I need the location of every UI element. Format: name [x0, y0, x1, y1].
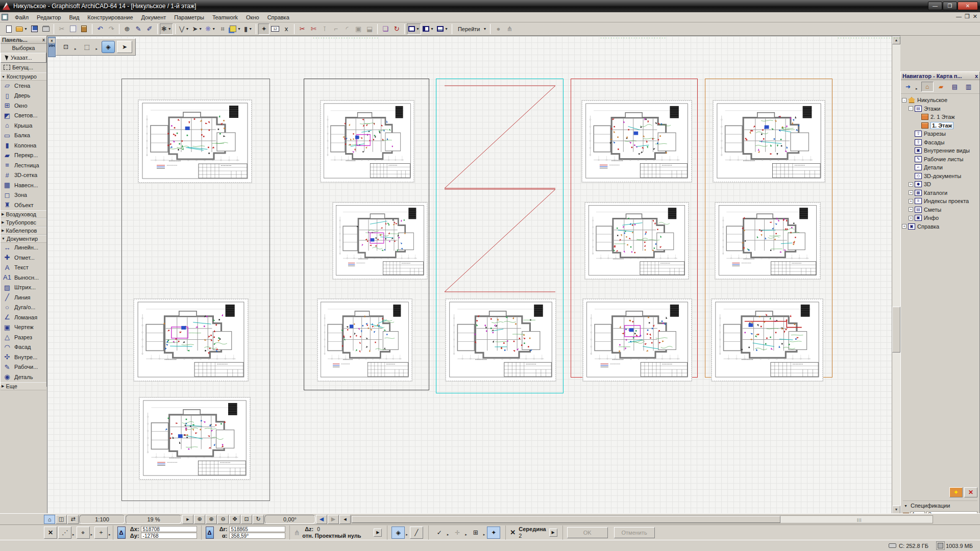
expand-plus-icon[interactable]: +: [909, 190, 913, 195]
mesh-tool[interactable]: #3D-сетка: [1, 170, 46, 181]
next-view-button[interactable]: ▶: [328, 515, 339, 524]
go-to-button[interactable]: Перейти▼: [454, 23, 488, 35]
floor-plan-sheet[interactable]: [582, 101, 692, 182]
menu-teamwork[interactable]: Teamwork: [208, 13, 242, 21]
group-duct[interactable]: ▶Воздуховод: [1, 210, 46, 218]
mdi-close-icon[interactable]: ✕: [973, 13, 977, 20]
door-tool[interactable]: ▯Дверь: [1, 91, 46, 101]
photorender-button[interactable]: ●: [493, 23, 504, 35]
vertical-scroll-thumb[interactable]: [892, 307, 900, 353]
tree-item-справка[interactable]: +▣Справка: [902, 222, 979, 231]
wall-tool[interactable]: ▱Стена: [1, 81, 46, 91]
text-tool[interactable]: AТекст: [1, 263, 46, 273]
horizontal-scrollbar[interactable]: |||: [351, 515, 933, 523]
pan-button[interactable]: ✥: [229, 515, 240, 524]
zoom-percent-field[interactable]: 19 %: [126, 515, 182, 524]
line-tool[interactable]: ╱Линия: [1, 292, 46, 303]
cursor-snap-button[interactable]: ➤▼: [190, 23, 204, 35]
tree-item-фасады[interactable]: ⇧Фасады: [902, 138, 979, 147]
quick-layers-button[interactable]: ▼: [228, 23, 242, 35]
tree-item-этажи[interactable]: -▤Этажи: [902, 105, 979, 113]
origin-button[interactable]: ⌖: [77, 527, 90, 539]
group-document[interactable]: ▼Документир: [1, 235, 46, 243]
zoom-in-button[interactable]: ⊕: [206, 515, 217, 524]
group-design[interactable]: ▼Конструиро: [1, 72, 46, 81]
floor-plan-sheet[interactable]: [712, 299, 823, 381]
menu-справка[interactable]: Справка: [263, 13, 293, 21]
skylight-tool[interactable]: ◩Светов...: [1, 111, 46, 121]
dimension-tool[interactable]: ↔Линейн...: [1, 243, 46, 253]
preview-button[interactable]: ◫: [56, 515, 67, 524]
floor-plan-sheet[interactable]: [446, 299, 556, 381]
floor-plan-sheet[interactable]: [333, 203, 427, 279]
walk-through-button[interactable]: ⋔: [504, 23, 515, 35]
trim-button[interactable]: ✂: [297, 23, 308, 35]
menu-документ[interactable]: Документ: [137, 13, 170, 21]
level-dimension-tool[interactable]: ✚Отмет...: [1, 253, 46, 263]
project-chooser-button[interactable]: ➜: [902, 82, 914, 92]
tree-item-сметы[interactable]: +▤Сметы: [902, 206, 979, 214]
scale-field[interactable]: 1:100: [79, 515, 125, 524]
dr-field[interactable]: 518865: [229, 526, 285, 532]
undo-button[interactable]: ↶: [94, 23, 106, 35]
save-button[interactable]: [29, 23, 40, 35]
tree-item-3d[interactable]: +◆3D: [902, 180, 979, 189]
expand-plus-icon[interactable]: +: [909, 207, 913, 212]
close-button[interactable]: ✕: [958, 2, 978, 10]
floor-plan-window-button[interactable]: ▼: [407, 23, 421, 35]
tree-item-2-1-этаж[interactable]: 2. 1 Этаж: [902, 113, 979, 121]
spec-collapse-icon[interactable]: ▼: [904, 504, 908, 508]
roof-tool[interactable]: ⌂Крыша: [1, 120, 46, 131]
marquee-options-button[interactable]: ⬚: [81, 41, 94, 53]
adjust-button[interactable]: ⊺: [319, 23, 330, 35]
drawing-tool[interactable]: ▣Чертеж: [1, 322, 46, 333]
stretch-button[interactable]: ⬓: [364, 23, 375, 35]
floor-plan-sheet[interactable]: [585, 203, 689, 279]
dz-field[interactable]: 0: [315, 526, 371, 532]
group-pipe[interactable]: ▶Трубопровс: [1, 218, 46, 227]
floor-plan-sheet[interactable]: [138, 100, 252, 183]
slab-tool[interactable]: ▰Перекр...: [1, 151, 46, 161]
snap-check-button[interactable]: ✓: [433, 527, 446, 539]
print-button[interactable]: [40, 23, 52, 35]
gravity-button[interactable]: ⋰: [58, 527, 71, 539]
floor-plan-sheet[interactable]: [321, 101, 414, 182]
relative-origin-button[interactable]: ＋: [94, 527, 108, 539]
toolbox-close-icon[interactable]: x: [42, 37, 45, 42]
collapse-minus-icon[interactable]: -: [902, 98, 906, 103]
ok-button[interactable]: OK: [567, 527, 608, 538]
menu-окно[interactable]: Окно: [242, 13, 263, 21]
zone-tool[interactable]: ◻Зона: [1, 190, 46, 201]
navigator-close-icon[interactable]: x: [975, 73, 978, 79]
menu-вид[interactable]: Вид: [65, 13, 83, 21]
guide-segment-button[interactable]: ╱: [410, 527, 423, 539]
mdi-minimize-icon[interactable]: —: [956, 13, 962, 20]
quick-options-button[interactable]: ⌂: [44, 515, 55, 524]
cursor-snap-toggle[interactable]: ◈: [391, 527, 405, 539]
grid-options-button[interactable]: ⌗: [217, 23, 228, 35]
copy-button[interactable]: [67, 23, 79, 35]
cancel-x-button[interactable]: ✕: [44, 527, 57, 539]
dimension-guides-button[interactable]: 12: [270, 23, 281, 35]
tree-item-детали[interactable]: ⌐Детали: [902, 163, 979, 172]
pick-up-parameters-button[interactable]: ✎: [133, 23, 144, 35]
floor-plan-sheet[interactable]: [317, 299, 412, 381]
delete-item-button[interactable]: ✕: [964, 487, 977, 497]
expand-plus-icon[interactable]: +: [909, 216, 913, 220]
cut-button[interactable]: ✂: [56, 23, 67, 35]
object-tool[interactable]: ♜Объект: [1, 200, 46, 210]
guide-lines-button[interactable]: ⋁▼: [178, 23, 191, 35]
tree-item-разрезы[interactable]: ⇧Разрезы: [902, 130, 979, 138]
layout-book-button[interactable]: ▤: [949, 82, 961, 92]
vertical-scrollbar[interactable]: ▲ ▼: [892, 36, 900, 513]
menu-файл[interactable]: Файл: [11, 13, 33, 21]
redo-button[interactable]: ↷: [106, 23, 117, 35]
new-item-button[interactable]: ✦: [949, 487, 963, 497]
floor-plan-sheet[interactable]: [583, 299, 692, 381]
column-tool[interactable]: ▮Колонна: [1, 140, 46, 151]
beam-tool[interactable]: ▭Балка: [1, 131, 46, 141]
floor-plan-sheet[interactable]: [134, 299, 248, 381]
tree-item-каталоги[interactable]: +▦Каталоги: [902, 189, 979, 197]
zoom-percent-button[interactable]: ⊕: [194, 515, 205, 524]
pen-sets-button[interactable]: ▮▼: [242, 23, 254, 35]
